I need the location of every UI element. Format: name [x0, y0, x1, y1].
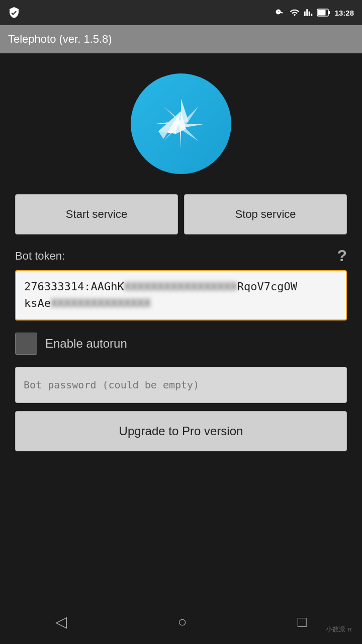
bot-password-input[interactable]: [15, 367, 347, 403]
logo-svg: [141, 84, 221, 164]
status-bar: 13:28: [0, 0, 362, 25]
token-input-text: 276333314:AAGhKXXXXXXXXXXXXXXXXXRqoV7cgO…: [24, 278, 338, 311]
token-value-blurred: XXXXXXXXXXXXXXXXX: [124, 280, 237, 293]
help-icon[interactable]: ?: [337, 247, 347, 265]
battery-icon: [317, 8, 331, 18]
app-logo: [131, 73, 231, 174]
autorun-row: Enable autorun: [15, 333, 347, 355]
wifi-icon: [290, 8, 300, 18]
shield-icon: [8, 7, 20, 19]
time-display: 13:28: [335, 9, 354, 17]
key-icon: [276, 8, 286, 18]
watermark: 小数派 π: [326, 625, 352, 634]
token-value-start: 276333314:AAGhK: [24, 280, 124, 293]
token-value-blurred-2: XXXXXXXXXXXXXXX: [51, 297, 151, 309]
app-title: Telephoto (ver. 1.5.8): [8, 33, 112, 46]
bot-token-input[interactable]: 276333314:AAGhKXXXXXXXXXXXXXXXXXRqoV7cgO…: [15, 270, 347, 320]
stop-service-button[interactable]: Stop service: [184, 194, 347, 234]
logo-container: [131, 73, 231, 174]
recents-button[interactable]: □: [298, 613, 307, 630]
start-service-button[interactable]: Start service: [15, 194, 178, 234]
status-bar-right: 13:28: [276, 8, 354, 18]
home-button[interactable]: ○: [177, 613, 187, 630]
main-content: Start service Stop service Bot token: ? …: [0, 53, 362, 466]
signal-icon: [304, 8, 313, 18]
bot-token-label: Bot token:: [15, 250, 65, 263]
autorun-label: Enable autorun: [45, 337, 127, 351]
bot-token-row: Bot token: ?: [15, 247, 347, 265]
autorun-checkbox[interactable]: [15, 333, 37, 355]
back-button[interactable]: ◁: [55, 613, 67, 630]
upgrade-pro-button[interactable]: Upgrade to Pro version: [15, 411, 347, 451]
svg-rect-2: [328, 11, 330, 14]
title-bar: Telephoto (ver. 1.5.8): [0, 25, 362, 53]
svg-rect-1: [318, 10, 325, 16]
service-buttons-row: Start service Stop service: [15, 194, 347, 234]
nav-bar: ◁ ○ □ 小数派 π: [0, 599, 362, 644]
status-bar-left: [8, 7, 20, 19]
